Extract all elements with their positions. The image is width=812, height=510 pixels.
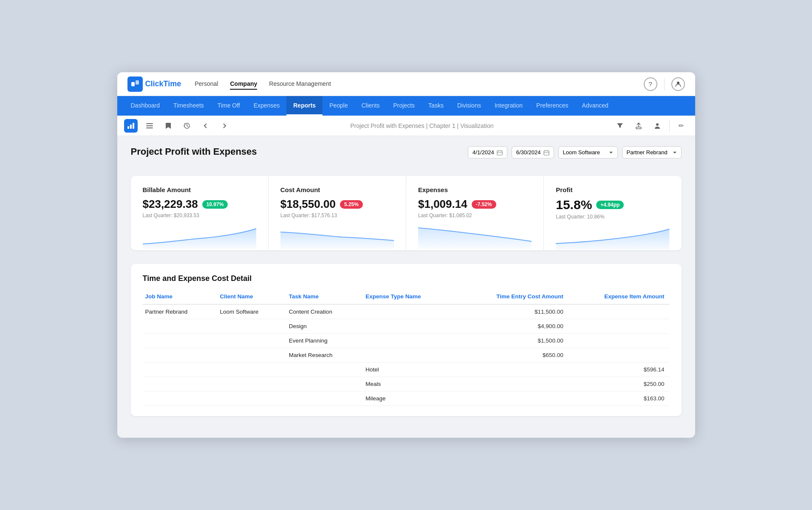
cell-expense-type [363,348,457,363]
secondary-bar: Project Profit with Expenses | Chapter 1… [117,116,695,136]
card-expenses: Expenses $1,009.14 -7.52% Last Quarter: … [406,176,544,250]
main-content: Project Profit with Expenses 4/1/2024 6/… [117,136,695,426]
secondary-bar-right: ✏ [613,119,688,133]
logo-text: ClickTime [145,79,181,88]
nav-integration[interactable]: Integration [488,96,529,116]
table-row: Hotel $596.14 [143,363,670,377]
card-profit-badge: +4.94pp [596,201,624,209]
svg-rect-13 [544,151,549,155]
forward-icon[interactable] [218,119,231,133]
cell-expense-amount [569,334,670,348]
nav-projects[interactable]: Projects [387,96,422,116]
cell-job [143,363,218,377]
cell-time-cost [457,363,569,377]
card-billable-value-row: $23,229.38 10.97% [143,198,256,211]
cell-client [217,377,286,391]
back-icon[interactable] [199,119,212,133]
cell-task [286,363,363,377]
nav-divisions[interactable]: Divisions [450,96,488,116]
cell-client [217,363,286,377]
user-icon[interactable] [671,77,685,91]
filter-icon[interactable] [613,119,627,133]
cell-task [286,391,363,406]
card-expenses-chart [418,224,532,249]
bookmark-icon[interactable] [161,119,175,133]
separator [664,78,665,90]
end-date-value: 6/30/2024 [516,149,541,156]
cell-client: Loom Software [217,304,286,319]
export-icon[interactable] [632,119,645,133]
help-icon[interactable]: ? [644,77,657,91]
top-nav-resource[interactable]: Resource Management [269,79,331,90]
card-profit-value-row: 15.8% +4.94pp [556,198,669,212]
svg-rect-5 [133,123,134,129]
svg-rect-4 [130,125,132,129]
card-expenses-value: $1,009.14 [418,198,467,211]
cell-expense-amount [569,348,670,363]
cell-time-cost: $1,500.00 [457,334,569,348]
project-filter[interactable]: Partner Rebrand [622,146,682,159]
start-date-input[interactable]: 4/1/2024 [468,146,507,159]
col-time-cost: Time Entry Cost Amount [457,291,569,304]
cell-job [143,334,218,348]
cell-expense-type: Hotel [363,363,457,377]
table-title: Time and Expense Cost Detail [143,274,670,283]
nav-advanced[interactable]: Advanced [575,96,615,116]
separator2 [669,120,670,132]
filter-row: 4/1/2024 6/30/2024 Loom Software Partner… [468,146,681,159]
svg-rect-8 [146,128,153,128]
cell-expense-amount [569,319,670,334]
nav-tasks[interactable]: Tasks [422,96,450,116]
cell-job [143,377,218,391]
end-date-input[interactable]: 6/30/2024 [512,146,554,159]
nav-reports[interactable]: Reports [286,96,323,116]
cell-expense-type [363,304,457,319]
cell-expense-type: Mileage [363,391,457,406]
table-row: Design $4,900.00 [143,319,670,334]
top-bar-right: ? [644,77,685,91]
user-settings-icon[interactable] [651,119,664,133]
logo-icon [127,76,143,92]
company-filter[interactable]: Loom Software [558,146,618,159]
card-profit: Profit 15.8% +4.94pp Last Quarter: 10.86… [544,176,681,250]
nav-timesheets[interactable]: Timesheets [167,96,211,116]
nav-people[interactable]: People [323,96,355,116]
cell-expense-amount [569,304,670,319]
svg-point-11 [656,123,659,126]
top-nav-company[interactable]: Company [230,79,257,90]
list-view-icon[interactable] [143,119,156,133]
history-icon[interactable] [180,119,194,133]
card-expenses-last: Last Quarter: $1,085.02 [418,212,532,218]
card-billable-badge: 10.97% [202,200,228,209]
table-row: Market Research $650.00 [143,348,670,363]
col-expense-type: Expense Type Name [363,291,457,304]
card-cost-badge: 5.25% [340,200,363,209]
cell-expense-type: Meals [363,377,457,391]
svg-rect-10 [636,127,641,129]
secondary-bar-left [124,119,231,133]
logo[interactable]: ClickTime [127,76,181,92]
cell-expense-type [363,319,457,334]
card-profit-value: 15.8% [556,198,592,212]
chart-view-icon[interactable] [124,119,138,133]
card-billable-last: Last Quarter: $20,933.53 [143,212,256,218]
table-row: Event Planning $1,500.00 [143,334,670,348]
nav-clients[interactable]: Clients [355,96,387,116]
card-cost-chart [280,224,394,249]
company-filter-value: Loom Software [563,149,600,156]
app-window: ClickTime Personal Company Resource Mana… [117,72,695,438]
pencil-icon[interactable]: ✏ [675,119,688,133]
nav-timeoff[interactable]: Time Off [211,96,247,116]
svg-rect-7 [146,125,153,126]
card-profit-chart [556,225,669,250]
nav-dashboard[interactable]: Dashboard [124,96,167,116]
top-nav-personal[interactable]: Personal [195,79,218,90]
svg-rect-0 [131,82,135,86]
cell-task: Content Creation [286,304,363,319]
col-expense-amount: Expense Item Amount [569,291,670,304]
card-cost-last: Last Quarter: $17,576.13 [280,212,394,218]
card-billable-value: $23,229.38 [143,198,198,211]
nav-preferences[interactable]: Preferences [529,96,575,116]
nav-expenses[interactable]: Expenses [247,96,286,116]
card-profit-title: Profit [556,186,669,193]
